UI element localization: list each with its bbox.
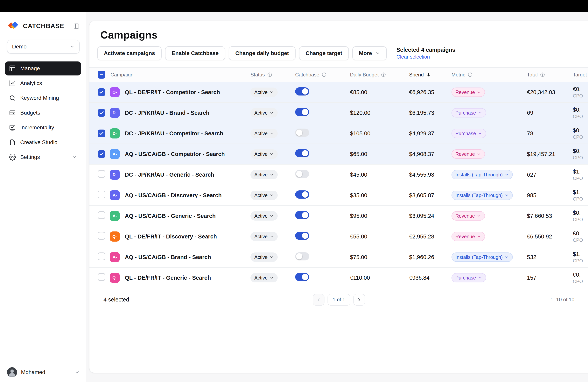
sidebar-item-keyword-mining[interactable]: Keyword Mining bbox=[5, 91, 81, 105]
status-dropdown[interactable]: Active bbox=[251, 87, 278, 97]
catchbase-toggle[interactable] bbox=[295, 211, 309, 219]
catchbase-toggle[interactable] bbox=[295, 108, 309, 116]
previous-page-button[interactable] bbox=[313, 294, 324, 306]
sidebar-item-settings[interactable]: Settings bbox=[5, 150, 81, 164]
sidebar-item-creative-studio[interactable]: Creative Studio bbox=[5, 135, 81, 149]
metric-dropdown[interactable]: Revenue bbox=[452, 211, 485, 221]
metric-dropdown[interactable]: Revenue bbox=[452, 149, 485, 159]
clear-selection-link[interactable]: Clear selection bbox=[397, 54, 455, 60]
user-menu[interactable]: Mohamed bbox=[7, 367, 80, 377]
wallet-icon bbox=[9, 109, 16, 116]
table-row[interactable]: A-AQ - US/CA/GB - Discovery - SearchActi… bbox=[89, 185, 588, 206]
row-checkbox[interactable] bbox=[98, 109, 105, 117]
column-header-target[interactable]: Target bbox=[570, 72, 588, 78]
grid-icon bbox=[9, 65, 16, 72]
page-title: Campaigns bbox=[100, 29, 588, 41]
table-row[interactable]: A-AQ - US/CA/GB - Brand - SearchActive$7… bbox=[89, 247, 588, 268]
target-cell: $0.CPO bbox=[570, 127, 588, 140]
metric-dropdown[interactable]: Purchase bbox=[452, 108, 486, 117]
sidebar-item-incrementality[interactable]: Incrementality bbox=[5, 121, 81, 135]
total-value: 532 bbox=[524, 254, 570, 260]
catchbase-logo-icon bbox=[7, 20, 20, 32]
target-metric-label: CPO bbox=[573, 134, 588, 140]
target-cell: €0.CPO bbox=[570, 230, 588, 243]
spend-value: €936.84 bbox=[406, 275, 448, 281]
sort-desc-icon bbox=[426, 72, 431, 77]
enable-catchbase-button[interactable]: Enable Catchbase bbox=[165, 46, 225, 60]
sidebar-item-analytics[interactable]: Analytics bbox=[5, 76, 81, 90]
catchbase-toggle[interactable] bbox=[295, 170, 309, 178]
row-checkbox[interactable] bbox=[98, 253, 105, 260]
status-dropdown[interactable]: Active bbox=[251, 108, 278, 117]
next-page-button[interactable] bbox=[354, 294, 365, 306]
more-button[interactable]: More bbox=[352, 46, 387, 60]
catchbase-toggle[interactable] bbox=[295, 252, 309, 260]
table-row[interactable]: Q-QL - DE/FR/IT - Generic - SearchActive… bbox=[89, 268, 588, 288]
row-checkbox[interactable] bbox=[98, 191, 105, 198]
chevron-down-icon bbox=[375, 51, 380, 56]
chevron-down-icon bbox=[270, 152, 274, 156]
bulk-actions-bar: Activate campaigns Enable Catchbase Chan… bbox=[97, 46, 588, 60]
table-row[interactable]: D-DC - JP/KR/AU - Competitor - SearchAct… bbox=[89, 123, 588, 144]
select-all-checkbox[interactable] bbox=[98, 71, 105, 79]
status-dropdown[interactable]: Active bbox=[251, 129, 278, 138]
target-cell: $0.CPO bbox=[570, 210, 588, 222]
metric-dropdown[interactable]: Installs (Tap-Through) bbox=[452, 253, 513, 262]
catchbase-toggle[interactable] bbox=[295, 87, 309, 95]
column-header-status[interactable]: Status bbox=[247, 72, 292, 78]
catchbase-toggle[interactable] bbox=[295, 232, 309, 240]
row-checkbox[interactable] bbox=[98, 88, 105, 96]
sidebar-item-budgets[interactable]: Budgets bbox=[5, 106, 81, 120]
metric-dropdown[interactable]: Revenue bbox=[452, 87, 485, 97]
metric-dropdown[interactable]: Purchase bbox=[452, 129, 486, 138]
trend-chart-icon bbox=[9, 124, 16, 131]
column-header-catchbase[interactable]: Catchbase bbox=[292, 72, 347, 78]
change-target-button[interactable]: Change target bbox=[299, 46, 349, 60]
status-dropdown[interactable]: Active bbox=[251, 253, 278, 262]
catchbase-toggle[interactable] bbox=[295, 273, 309, 281]
table-row[interactable]: D-DC - JP/KR/AU - Generic - SearchActive… bbox=[89, 165, 588, 185]
column-header-daily-budget[interactable]: Daily Budget bbox=[347, 72, 406, 78]
column-header-total[interactable]: Total bbox=[524, 72, 570, 78]
change-daily-budget-button[interactable]: Change daily budget bbox=[229, 46, 295, 60]
catchbase-toggle[interactable] bbox=[295, 191, 309, 199]
column-header-metric[interactable]: Metric bbox=[448, 72, 524, 78]
target-value: $1. bbox=[573, 251, 588, 257]
status-dropdown[interactable]: Active bbox=[251, 211, 278, 221]
sidebar-collapse-icon[interactable] bbox=[73, 23, 80, 29]
table-row[interactable]: A-AQ - US/CA/GB - Generic - SearchActive… bbox=[89, 206, 588, 226]
status-dropdown[interactable]: Active bbox=[251, 170, 278, 179]
metric-dropdown[interactable]: Installs (Tap-Through) bbox=[452, 191, 513, 200]
status-dropdown[interactable]: Active bbox=[251, 273, 278, 282]
table-row[interactable]: Q-QL - DE/FR/IT - Competitor - SearchAct… bbox=[89, 82, 588, 103]
catchbase-toggle[interactable] bbox=[295, 128, 309, 137]
spend-value: $3,095.24 bbox=[406, 213, 448, 219]
column-header-spend[interactable]: Spend bbox=[406, 72, 448, 78]
row-checkbox[interactable] bbox=[98, 170, 105, 178]
table-row[interactable]: A-AQ - US/CA/GB - Competitor - SearchAct… bbox=[89, 144, 588, 165]
sidebar-item-label: Analytics bbox=[20, 80, 42, 86]
sidebar-item-manage[interactable]: Manage bbox=[5, 62, 81, 75]
column-header-campaign[interactable]: Campaign bbox=[107, 72, 247, 78]
campaign-name: AQ - US/CA/GB - Discovery - Search bbox=[125, 192, 222, 199]
row-checkbox[interactable] bbox=[98, 129, 105, 137]
table-row[interactable]: Q-QL - DE/FR/IT - Discovery - SearchActi… bbox=[89, 226, 588, 247]
activate-campaigns-button[interactable]: Activate campaigns bbox=[97, 46, 162, 60]
metric-dropdown[interactable]: Revenue bbox=[452, 232, 485, 241]
row-checkbox[interactable] bbox=[98, 150, 105, 158]
status-dropdown[interactable]: Active bbox=[251, 232, 278, 241]
status-dropdown[interactable]: Active bbox=[251, 149, 278, 159]
workspace-select[interactable]: Demo bbox=[7, 40, 80, 54]
spend-value: $4,555.93 bbox=[406, 171, 448, 178]
catchbase-toggle[interactable] bbox=[295, 149, 309, 157]
status-dropdown[interactable]: Active bbox=[251, 191, 278, 200]
table-row[interactable]: D-DC - JP/KR/AU - Brand - SearchActive$1… bbox=[89, 103, 588, 123]
row-checkbox[interactable] bbox=[98, 211, 105, 219]
info-icon bbox=[322, 72, 327, 77]
row-checkbox[interactable] bbox=[98, 273, 105, 281]
chevron-down-icon bbox=[270, 193, 274, 197]
row-checkbox[interactable] bbox=[98, 232, 105, 240]
metric-dropdown[interactable]: Purchase bbox=[452, 273, 486, 282]
metric-dropdown[interactable]: Installs (Tap-Through) bbox=[452, 170, 513, 179]
daily-budget-value: €110.00 bbox=[347, 275, 406, 281]
